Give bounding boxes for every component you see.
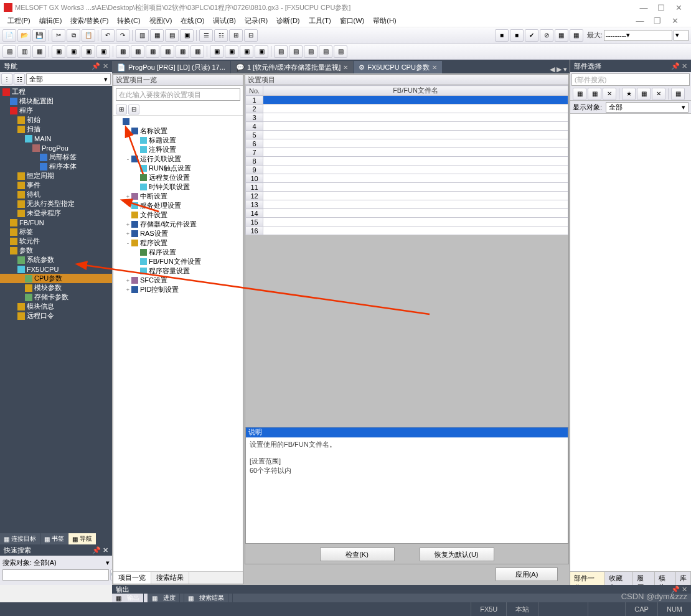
nav-close-icon[interactable]: ✕ [103,62,108,70]
tool-c[interactable]: ▤ [165,29,179,42]
parts-tab-lib[interactable]: 库 [676,572,691,585]
maximize-button[interactable]: ☐ [652,3,670,12]
grid-cell[interactable] [263,105,568,113]
t2-19[interactable]: ▤ [289,45,303,58]
pt-3[interactable]: ✕ [603,88,616,100]
tool-r2[interactable]: ■ [510,29,524,42]
nav-item[interactable]: 软元件 [0,236,112,246]
mdi-close[interactable]: ✕ [666,15,684,27]
out-tab-search[interactable]: ▦ 搜索结果 [184,594,233,602]
t2-11[interactable]: ▦ [161,45,174,58]
menu-project[interactable]: 工程(P) [4,15,34,27]
settings-item[interactable]: +存储器/软元件设置 [113,220,243,229]
tool-r1[interactable]: ■ [495,29,509,42]
nav-item[interactable]: 无执行类型指定 [0,199,112,208]
pt-4[interactable]: ★ [622,88,636,100]
grid-cell[interactable] [263,157,568,166]
t2-13[interactable]: ▦ [190,45,204,58]
t2-1[interactable]: ▤ [2,45,16,58]
tool-copy[interactable]: ⧉ [67,29,80,42]
nav-item[interactable]: 程序 [0,106,112,115]
settings-search[interactable]: 在此输入要搜索的设置项目 [116,88,240,101]
tool-h[interactable]: ⊟ [244,29,258,42]
t2-21[interactable]: ▤ [319,45,332,58]
nav-item[interactable]: 模块信息 [0,302,112,311]
out-tab-progress[interactable]: ▦ 进度 [148,594,184,602]
pt-1[interactable]: ▦ [573,88,586,100]
grid-cell[interactable] [263,183,568,192]
nav-fwd[interactable]: ☷ [14,73,25,85]
parts-search[interactable]: (部件搜索) [571,73,690,86]
st-collapse[interactable]: ⊟ [128,105,139,114]
nav-item[interactable]: 待机 [0,190,112,199]
tool-save[interactable]: 💾 [32,29,46,42]
t2-17[interactable]: ▣ [255,45,268,58]
tool-d[interactable]: ▣ [180,29,194,42]
left-tab-bookmark[interactable]: ▦ 书签 [40,533,68,544]
default-button[interactable]: 恢复为默认(U) [420,548,494,561]
max-combo[interactable]: --------- ▾ [604,30,672,41]
tool-e[interactable]: ☰ [199,29,213,42]
nav-item[interactable]: 模块配置图 [0,96,112,106]
parts-tab-mod[interactable]: 模块 [655,572,676,585]
t2-2[interactable]: ▥ [17,45,31,58]
grid-cell[interactable] [263,148,568,157]
out-tab-output[interactable]: ▦ 输出 [112,594,148,602]
nav-item[interactable]: 存储卡参数 [0,292,112,302]
settings-item[interactable]: 文件设置 [113,210,243,220]
settings-tree[interactable]: -名称设置标题设置注释设置-运行关联设置RUN触点设置远程复位设置时钟关联设置+… [113,116,243,571]
t2-5[interactable]: ▣ [67,45,80,58]
t2-3[interactable]: ▦ [32,45,46,58]
nav-pin-icon[interactable]: 📌 [92,62,100,70]
menu-help[interactable]: 帮助(H) [369,15,400,27]
menu-edit[interactable]: 编辑(E) [35,15,66,27]
nav-back[interactable]: ⋮ [1,73,12,85]
settings-item[interactable]: +SFC设置 [113,276,243,285]
t2-20[interactable]: ▤ [304,45,317,58]
settings-item[interactable]: 标题设置 [113,136,243,145]
menu-record[interactable]: 记录(R) [241,15,271,27]
doc-tab-0[interactable]: 📄 ProgPou [PRG] [LD] (只读) 17... [112,61,231,73]
menu-tools[interactable]: 工具(T) [305,15,335,27]
settings-item[interactable]: 远程复位设置 [113,173,243,182]
nav-item[interactable]: 远程口令 [0,311,112,320]
nav-item[interactable]: 局部标签 [0,152,112,162]
settings-grid[interactable]: No.FB/FUN文件名 12345678910111213141516 [245,85,568,235]
menu-view[interactable]: 视图(V) [146,15,176,27]
apply-button[interactable]: 应用(A) [496,567,558,581]
nav-item[interactable]: 模块参数 [0,283,112,292]
settings-item[interactable]: -名称设置 [113,126,243,136]
quick-search-input[interactable] [2,569,109,581]
grid-cell[interactable] [263,174,568,183]
settings-item[interactable]: -运行关联设置 [113,154,243,164]
pt-6[interactable]: ✕ [652,88,665,100]
settings-item[interactable] [113,117,243,126]
grid-cell[interactable] [263,139,568,148]
settings-item[interactable]: +RAS设置 [113,229,243,238]
tool-r5[interactable]: ▦ [555,29,568,42]
grid-cell[interactable] [263,166,568,174]
close-button[interactable]: ✕ [670,3,687,12]
nav-item[interactable]: 程序本体 [0,162,112,171]
nav-item[interactable]: 扫描 [0,124,112,134]
t2-9[interactable]: ▦ [131,45,144,58]
t2-22[interactable]: ▤ [334,45,347,58]
nav-item[interactable]: 初始 [0,115,112,124]
settings-item[interactable]: +PID控制设置 [113,285,243,294]
tool-r4[interactable]: ⊘ [540,29,553,42]
tool-paste[interactable]: 📋 [82,29,95,42]
tool-new[interactable]: 📄 [2,29,16,42]
tool-undo[interactable]: ↶ [101,29,115,42]
pt-7[interactable]: ▦ [671,88,685,100]
grid-cell[interactable] [263,200,568,209]
tool-b[interactable]: ▦ [150,29,164,42]
settings-item[interactable]: FB/FUN文件设置 [113,257,243,266]
t2-6[interactable]: ▣ [82,45,95,58]
settings-item[interactable]: 服务处理设置 [113,201,243,210]
settings-item[interactable]: +中断设置 [113,192,243,201]
nav-item[interactable]: 未登录程序 [0,208,112,218]
menu-find[interactable]: 搜索/替换(F) [67,15,112,27]
nav-item[interactable]: 参数 [0,246,112,255]
doc-tab-2[interactable]: ⚙ FX5UCPU CPU参数 ✕ [354,61,443,73]
doc-tab-nav[interactable]: ◀ ▶ ▾ [547,65,570,73]
